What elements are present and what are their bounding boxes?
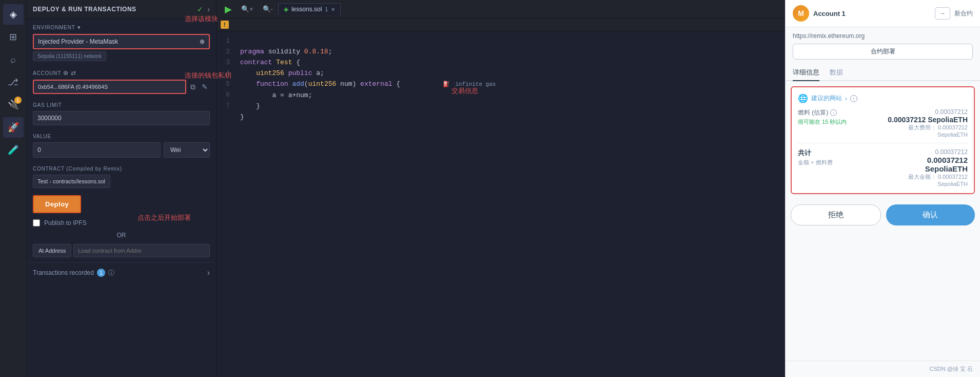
contract-section: CONTRACT (Compiled by Remix) Test - cont… (27, 161, 216, 191)
deploy-panel: DEPLOY & RUN TRANSACTIONS ✓ › ENVIRONMEN… (27, 0, 217, 377)
editor-tab-lessons[interactable]: ◈ lessons.sol 1 ✕ (278, 3, 341, 15)
confirm-button[interactable]: 确认 (886, 204, 975, 225)
transactions-row: Transactions recorded 1 ⓘ › (27, 262, 216, 282)
sidebar: ◈ ⊞ ⌕ ⎇ 🔌 1 🚀 🧪 (0, 0, 27, 377)
globe-icon: 🌐 (798, 93, 808, 103)
transactions-badge: 1 (97, 269, 105, 277)
account-section: ACCOUNT ⊕ ⇄ ⧉ ✎ (27, 64, 216, 97)
transactions-arrow[interactable]: › (207, 268, 210, 277)
editor-area: ▶ 🔍+ 🔍- ◈ lessons.sol 1 ✕ ! 1 2 3 4 5 6 (217, 0, 785, 377)
total-max-row: 最大金额： 0.00037212 SepoliaETH (883, 173, 968, 187)
env-info-icon[interactable]: ▾ (77, 24, 81, 31)
code-content: pragma solidity 0.8.18; contract Test { … (235, 35, 785, 373)
zoom-out-btn[interactable]: 🔍- (259, 3, 277, 15)
fee-label: 燃料 (估算) i (798, 108, 883, 117)
account-input[interactable] (33, 80, 186, 94)
value-input[interactable] (33, 142, 161, 158)
tab-data[interactable]: 数据 (830, 65, 843, 81)
account-row: ⧉ ✎ (33, 80, 210, 94)
mm-actions: 拒绝 确认 (786, 199, 980, 234)
env-dropdown-icon: ⊕ (200, 38, 205, 45)
mm-tabs: 详细信息 数据 (786, 65, 980, 81)
expand-icon[interactable]: › (207, 5, 210, 13)
total-section: 共计 金额 + 燃料费 0.00037212 0.00037212 Sepoli… (798, 148, 968, 187)
info-icon[interactable]: i (850, 95, 857, 102)
sidebar-icon-plugin[interactable]: 🔌 1 (3, 95, 24, 115)
sidebar-icon-test[interactable]: 🧪 (3, 140, 24, 160)
deploy-button[interactable]: Deploy (33, 195, 81, 213)
new-contract-label[interactable]: 新合约 (954, 9, 973, 18)
fee-main-value: 0.00037212 SepoliaETH (883, 116, 968, 124)
env-value: Injected Provider - MetaMask (38, 38, 118, 45)
transactions-info-icon[interactable]: ⓘ (108, 269, 114, 277)
code-area[interactable]: 1 2 3 4 5 6 7 pragma solidity 0.8.18; co… (217, 31, 785, 377)
search-icon: ⌕ (10, 54, 16, 65)
deploy-icon: 🚀 (8, 122, 19, 133)
fee-info-icon[interactable]: i (830, 109, 837, 116)
sidebar-icon-search[interactable]: ⌕ (3, 49, 24, 70)
account-plus-icon[interactable]: ⊕ (63, 69, 69, 77)
env-select-box[interactable]: Injected Provider - MetaMask ⊕ (33, 34, 210, 49)
env-section: ENVIRONMENT ▾ Injected Provider - MetaMa… (27, 19, 216, 64)
contract-select[interactable]: Test - contracts/lessons.sol (33, 175, 110, 188)
fee-section: 燃料 (估算) i 很可能在 15 秒以内 0.00037212 0.00037… (798, 108, 968, 138)
warning-icon: ! (221, 21, 229, 29)
mm-footer: CSDN @绿 宝 石 (786, 361, 980, 377)
account-switch-btn[interactable]: → (935, 7, 950, 20)
git-icon: ⎇ (8, 77, 18, 88)
metamask-panel: M Account 1 → 新合约 https://remix.ethereum… (785, 0, 980, 377)
run-btn[interactable]: ▶ (221, 2, 236, 17)
recommended-arrow: › (845, 95, 847, 102)
deploy-panel-header: DEPLOY & RUN TRANSACTIONS ✓ › (27, 0, 216, 19)
account-name: Account 1 (813, 10, 931, 17)
publish-checkbox[interactable] (33, 219, 40, 227)
total-sub-label: 金额 + 燃料费 (798, 159, 883, 166)
network-badge: Sepolia (11155111) network (33, 51, 106, 61)
fee-left: 燃料 (估算) i 很可能在 15 秒以内 (798, 108, 883, 126)
value-section: VALUE Wei Gwei Finney Ether (27, 128, 216, 161)
file-icon: ◈ (284, 6, 288, 13)
plugin-badge: 1 (14, 97, 22, 104)
copy-account-btn[interactable]: ⧉ (188, 81, 198, 93)
editor-toolbar: ! (217, 18, 785, 31)
recommended-site-row: 🌐 建议的网站 › i (798, 93, 968, 103)
fee-small-value: 0.00037212 (883, 108, 968, 116)
line-numbers: 1 2 3 4 5 6 7 (217, 35, 235, 373)
mm-header: M Account 1 → 新合约 (786, 0, 980, 27)
sidebar-icon-git[interactable]: ⎇ (3, 72, 24, 92)
tab-close-btn[interactable]: ✕ (331, 7, 335, 12)
check-icon: ✓ (197, 5, 203, 13)
tx-info-panel: 🌐 建议的网站 › i 燃料 (估算) i 很可能在 15 秒以内 0.0003… (791, 86, 975, 194)
tab-number: 1 (325, 6, 328, 12)
logo-icon: ◈ (10, 9, 17, 20)
value-row: Wei Gwei Finney Ether (33, 142, 210, 158)
panel-title: DEPLOY & RUN TRANSACTIONS (33, 6, 193, 13)
zoom-in-btn[interactable]: 🔍+ (237, 3, 258, 15)
value-unit-select[interactable]: Wei Gwei Finney Ether (164, 142, 210, 158)
or-divider: OR (27, 229, 216, 242)
reject-button[interactable]: 拒绝 (791, 204, 881, 225)
at-address-row: At Address (27, 242, 216, 259)
load-contract-input[interactable] (73, 244, 210, 257)
env-label: ENVIRONMENT ▾ (33, 24, 210, 31)
total-label: 共计 (798, 148, 883, 158)
sidebar-icon-deploy[interactable]: 🚀 (3, 117, 24, 138)
mm-deploy-btn[interactable]: 合约部署 (793, 44, 973, 60)
publish-row: Publish to IPFS (27, 217, 216, 229)
test-icon: 🧪 (8, 144, 19, 156)
tab-details[interactable]: 详细信息 (793, 65, 819, 81)
fee-max-row: 最大费用： 0.00037212 SepoliaETH (883, 124, 968, 138)
gas-label: GAS LIMIT (33, 102, 210, 108)
publish-label: Publish to IPFS (44, 219, 87, 227)
value-label: VALUE (33, 134, 210, 139)
recommended-site-link[interactable]: 建议的网站 (811, 94, 842, 103)
fee-right: 0.00037212 0.00037212 SepoliaETH 最大费用： 0… (883, 108, 968, 138)
gas-limit-input[interactable] (33, 111, 210, 125)
at-address-button[interactable]: At Address (33, 244, 71, 257)
total-left: 共计 金额 + 燃料费 (798, 148, 883, 166)
account-shuffle-icon[interactable]: ⇄ (71, 69, 76, 77)
sidebar-icon-files[interactable]: ⊞ (3, 27, 24, 47)
sidebar-icon-logo[interactable]: ◈ (3, 4, 24, 25)
edit-account-btn[interactable]: ✎ (200, 81, 210, 93)
contract-label: CONTRACT (Compiled by Remix) (33, 166, 210, 172)
